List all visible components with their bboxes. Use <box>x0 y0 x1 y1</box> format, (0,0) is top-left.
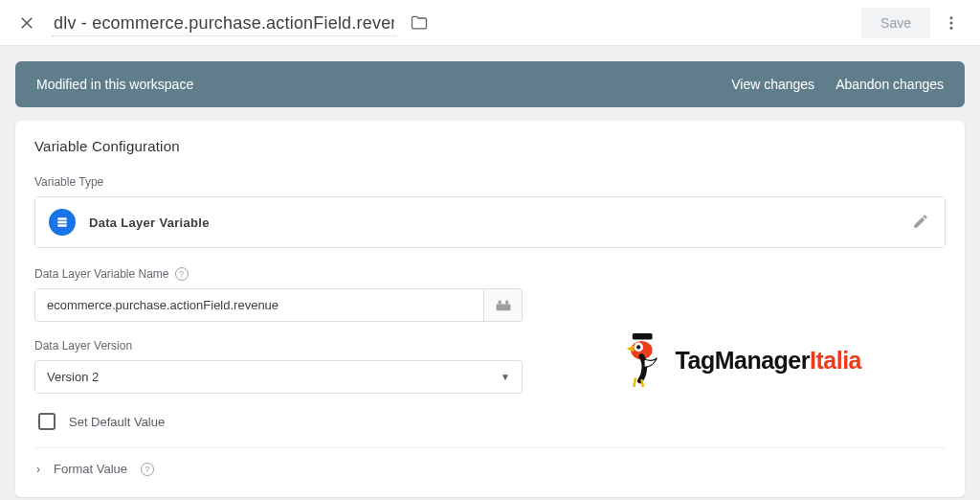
variable-type-selector[interactable]: Data Layer Variable <box>34 196 946 248</box>
variable-picker-button[interactable] <box>484 288 523 322</box>
dlv-name-label: Data Layer Variable Name ? <box>34 267 946 281</box>
edit-type-icon <box>912 213 931 232</box>
modified-banner: Modified in this workspace View changes … <box>15 61 965 107</box>
chevron-down-icon: ▼ <box>501 372 510 382</box>
folder-icon <box>410 13 429 33</box>
folder-button[interactable] <box>410 13 429 33</box>
svg-point-0 <box>950 16 953 19</box>
view-changes-link[interactable]: View changes <box>731 77 814 92</box>
checkbox-icon <box>38 413 56 430</box>
svg-point-1 <box>950 21 953 24</box>
svg-rect-5 <box>505 300 508 304</box>
save-button[interactable]: Save <box>861 8 930 38</box>
close-icon <box>17 13 36 33</box>
modified-banner-text: Modified in this workspace <box>36 77 710 92</box>
card-title: Variable Configuration <box>34 138 946 154</box>
variable-type-label: Variable Type <box>34 175 946 189</box>
svg-line-12 <box>634 377 635 387</box>
svg-line-13 <box>641 379 643 387</box>
dlv-version-label: Data Layer Version <box>34 339 946 352</box>
lego-icon <box>495 300 512 311</box>
set-default-label: Set Default Value <box>69 415 165 429</box>
close-button[interactable] <box>8 4 46 42</box>
variable-configuration-card: Variable Configuration Variable Type Dat… <box>15 121 965 497</box>
more-menu-button[interactable] <box>934 6 969 40</box>
data-layer-variable-icon <box>49 209 76 236</box>
svg-rect-3 <box>496 304 510 310</box>
dlv-name-field <box>34 288 523 322</box>
svg-rect-4 <box>498 300 501 304</box>
help-icon[interactable]: ? <box>141 463 154 476</box>
set-default-value-checkbox[interactable]: Set Default Value <box>34 413 946 443</box>
help-icon[interactable]: ? <box>175 267 189 281</box>
dlv-name-input[interactable] <box>34 288 484 322</box>
svg-point-2 <box>950 26 953 29</box>
dlv-version-select[interactable]: Version 2 ▼ <box>34 360 523 394</box>
format-value-label: Format Value <box>54 462 127 476</box>
top-bar: Save <box>0 0 980 46</box>
page-canvas: Modified in this workspace View changes … <box>0 46 980 500</box>
abandon-changes-link[interactable]: Abandon changes <box>835 77 944 92</box>
chevron-right-icon: › <box>36 463 40 476</box>
format-value-expander[interactable]: › Format Value ? <box>34 448 946 489</box>
variable-title-input[interactable] <box>52 10 396 36</box>
variable-type-name: Data Layer Variable <box>89 216 210 230</box>
more-vert-icon <box>943 14 960 32</box>
dlv-version-value: Version 2 <box>47 370 99 384</box>
